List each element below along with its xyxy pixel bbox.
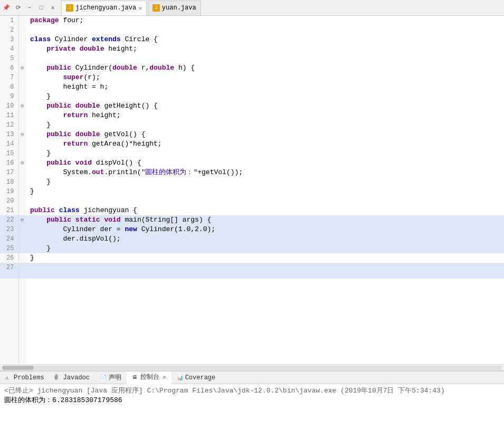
line-marker: ⊖: [18, 101, 26, 111]
line-code: public double getHeight() {: [26, 101, 504, 111]
table-row: 7 super(r);: [0, 73, 504, 82]
java-file-icon-2: J: [153, 4, 160, 12]
table-row: 20: [0, 196, 504, 206]
table-row: 13 ⊖ public double getVol() {: [0, 130, 504, 139]
line-number: 24: [0, 234, 18, 244]
table-row: 25 }: [0, 244, 504, 253]
line-marker: [18, 279, 26, 364]
table-row: 26 }: [0, 253, 504, 263]
line-marker: [18, 111, 26, 120]
table-row: 11 return height;: [0, 111, 504, 120]
line-code: return height;: [26, 111, 504, 120]
line-code: height = h;: [26, 82, 504, 92]
console-close-icon[interactable]: ✕: [163, 374, 166, 380]
line-marker: [18, 196, 26, 206]
line-code: class Cylinder extends Circle {: [26, 35, 504, 44]
line-number: 10: [0, 101, 18, 111]
line-code: }: [26, 187, 504, 196]
line-number: 26: [0, 253, 18, 263]
bottom-panel: ⚠ Problems @ Javadoc 📄 声明 🖥 控制台 ✕ 📊 Cove…: [0, 370, 504, 439]
line-number: 9: [0, 92, 18, 101]
table-row: 8 height = h;: [0, 82, 504, 92]
table-row: 14 return getArea()*height;: [0, 139, 504, 149]
console-output: <已终止> jichengyuan [Java 应用程序] C:\Program…: [0, 384, 504, 439]
table-row: 18 }: [0, 177, 504, 187]
line-number: 20: [0, 196, 18, 206]
toolbar-icons: 📌 ⟳ − □ ✕: [2, 4, 57, 12]
tab-declaration-label: 声明: [109, 373, 121, 382]
line-code: der.dispVol();: [26, 234, 504, 244]
table-row: [0, 279, 504, 364]
line-marker: [18, 263, 26, 279]
table-row: 9 }: [0, 92, 504, 101]
code-editor[interactable]: 1 package four; 2 3 class Cylinder exten…: [0, 16, 504, 364]
console-icon: 🖥: [132, 374, 138, 380]
line-marker: [18, 177, 26, 187]
line-marker: [18, 120, 26, 130]
table-row: 23 Cylinder der = new Cylinder(1.0,2.0);: [0, 225, 504, 234]
sync-icon[interactable]: ⟳: [14, 4, 22, 12]
tab-javadoc[interactable]: @ Javadoc: [50, 371, 95, 384]
panel-tab-bar: ⚠ Problems @ Javadoc 📄 声明 🖥 控制台 ✕ 📊 Cove…: [0, 371, 504, 384]
line-number: 22: [0, 215, 18, 225]
table-row: 3 class Cylinder extends Circle {: [0, 35, 504, 44]
tab-console[interactable]: 🖥 控制台 ✕: [127, 371, 172, 384]
line-marker: ⊖: [18, 158, 26, 168]
line-code: System.out.println("圆柱的体积为："+getVol());: [26, 168, 504, 177]
horizontal-scrollbar[interactable]: [0, 364, 504, 370]
table-row: 2: [0, 25, 504, 35]
line-number: [0, 279, 18, 364]
line-number: 27: [0, 263, 18, 279]
line-code: private double height;: [26, 44, 504, 54]
tab-declaration[interactable]: 📄 声明: [95, 371, 127, 384]
line-marker: [18, 253, 26, 263]
console-line2: 圆柱的体积为：6.283185307179586: [4, 396, 122, 404]
tab-console-label: 控制台: [140, 373, 159, 381]
line-marker: [18, 139, 26, 149]
minimize-icon[interactable]: −: [25, 4, 34, 12]
tab-label-yuan: yuan.java: [162, 4, 196, 12]
table-row: 6 ⊖ public Cylinder(double r,double h) {: [0, 63, 504, 73]
line-marker: ⊖: [18, 130, 26, 139]
line-number: 2: [0, 25, 18, 35]
javadoc-icon: @: [55, 375, 61, 381]
line-number: 17: [0, 168, 18, 177]
console-terminated-line: <已终止> jichengyuan [Java 应用程序] C:\Program…: [4, 386, 500, 396]
line-code: package four;: [26, 16, 504, 25]
tab-coverage-label: Coverage: [185, 374, 216, 381]
line-code: }: [26, 244, 504, 253]
line-number: 19: [0, 187, 18, 196]
line-code: [26, 263, 504, 279]
table-row: 15 }: [0, 149, 504, 158]
code-table: 1 package four; 2 3 class Cylinder exten…: [0, 16, 504, 364]
line-code: [26, 54, 504, 63]
line-marker: [18, 44, 26, 54]
line-code: [26, 279, 504, 364]
tab-javadoc-label: Javadoc: [63, 374, 90, 381]
scroll-thumb[interactable]: [2, 366, 34, 370]
line-number: 16: [0, 158, 18, 168]
tab-jichengyuan[interactable]: J jichengyuan.java ✕: [61, 1, 147, 15]
line-marker: [18, 73, 26, 82]
line-code: }: [26, 92, 504, 101]
line-marker: ⊖: [18, 215, 26, 225]
tab-yuan[interactable]: J yuan.java: [148, 1, 201, 15]
line-code: public class jichengyuan {: [26, 206, 504, 215]
table-row: 22 ⊖ public static void main(String[] ar…: [0, 215, 504, 225]
close-icon[interactable]: ✕: [49, 4, 57, 12]
maximize-icon[interactable]: □: [37, 4, 45, 12]
tab-coverage[interactable]: 📊 Coverage: [172, 371, 221, 384]
table-row: 27: [0, 263, 504, 279]
line-number: 3: [0, 35, 18, 44]
line-code: return getArea()*height;: [26, 139, 504, 149]
pin-icon[interactable]: 📌: [2, 4, 11, 12]
line-code: public double getVol() {: [26, 130, 504, 139]
line-number: 14: [0, 139, 18, 149]
line-marker: [18, 82, 26, 92]
line-code: Cylinder der = new Cylinder(1.0,2.0);: [26, 225, 504, 234]
tab-problems[interactable]: ⚠ Problems: [0, 371, 50, 384]
line-number: 21: [0, 206, 18, 215]
tab-close-jichengyuan[interactable]: ✕: [138, 5, 142, 12]
line-code: }: [26, 149, 504, 158]
problems-icon: ⚠: [5, 375, 12, 381]
